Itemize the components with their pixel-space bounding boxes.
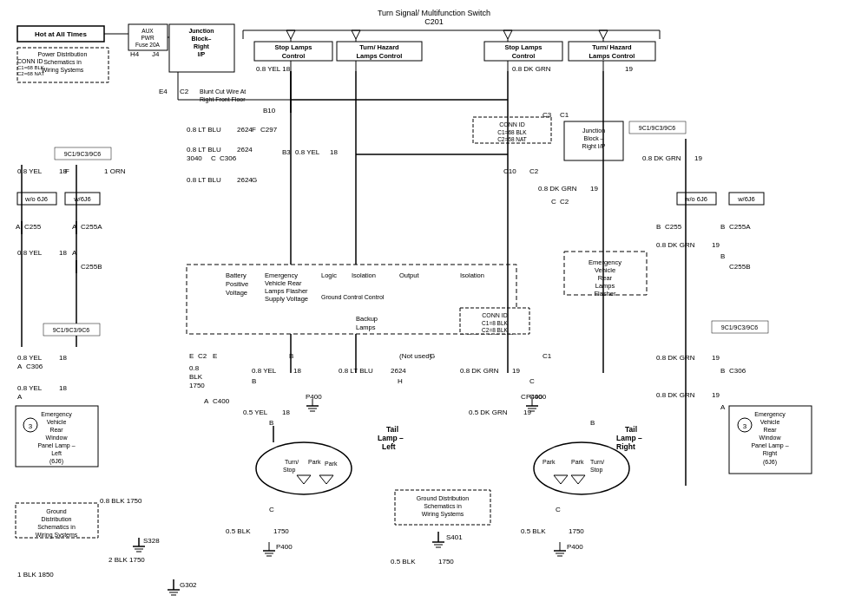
svg-text:C1: C1: [560, 111, 569, 119]
svg-text:19: 19: [512, 367, 520, 375]
svg-text:0.5 BLK: 0.5 BLK: [391, 558, 416, 566]
svg-text:3: 3: [743, 422, 747, 430]
svg-text:0.8 DK GRN: 0.8 DK GRN: [460, 367, 499, 375]
svg-text:C2: C2: [529, 167, 539, 175]
svg-text:Schematics in: Schematics in: [424, 503, 462, 509]
svg-text:1750: 1750: [438, 558, 454, 566]
svg-text:Tail: Tail: [625, 425, 637, 434]
svg-text:(Not used): (Not used): [399, 352, 432, 360]
svg-text:C201: C201: [424, 17, 444, 26]
svg-text:0.8 DK GRN: 0.8 DK GRN: [656, 354, 695, 362]
svg-text:0.8 DK GRN: 0.8 DK GRN: [512, 65, 551, 73]
svg-text:0.8 LT BLU: 0.8 LT BLU: [187, 176, 221, 184]
svg-text:Vehicle: Vehicle: [760, 419, 780, 425]
svg-text:B10: B10: [263, 107, 276, 114]
svg-text:18: 18: [59, 354, 67, 362]
svg-text:Stop: Stop: [590, 467, 603, 474]
svg-text:1750: 1750: [273, 527, 289, 535]
svg-text:Right: Right: [616, 442, 635, 451]
svg-text:Rear: Rear: [763, 427, 777, 433]
svg-text:C2=68 NAT: C2=68 NAT: [497, 136, 527, 142]
svg-text:19: 19: [712, 391, 720, 399]
svg-text:0.8 YEL: 0.8 YEL: [295, 148, 320, 156]
svg-text:B: B: [289, 352, 293, 360]
svg-text:Junction: Junction: [188, 28, 214, 34]
svg-text:P400: P400: [567, 543, 583, 551]
svg-text:Positive: Positive: [226, 280, 248, 288]
svg-text:C400: C400: [213, 397, 230, 405]
svg-text:0.8 LT BLU: 0.8 LT BLU: [339, 367, 373, 375]
svg-text:Schematics in: Schematics in: [43, 59, 82, 65]
svg-text:C2: C2: [180, 88, 189, 95]
svg-text:Wiring Systems: Wiring Systems: [36, 532, 78, 539]
svg-text:18: 18: [282, 409, 290, 416]
svg-text:F: F: [65, 167, 69, 175]
svg-text:C255B: C255B: [81, 263, 102, 271]
svg-text:G302: G302: [180, 581, 197, 589]
svg-text:2624: 2624: [237, 146, 253, 154]
svg-text:Flasher: Flasher: [594, 290, 616, 297]
svg-text:B: B: [656, 223, 661, 231]
svg-text:AUX: AUX: [141, 28, 154, 34]
svg-text:B: B: [252, 377, 256, 385]
svg-text:0.8 LT BLU: 0.8 LT BLU: [187, 146, 221, 154]
wiring-diagram: Turn Signal/ Multifunction Switch C201 S…: [0, 0, 868, 608]
svg-text:w/o 6J6: w/o 6J6: [684, 195, 707, 203]
svg-text:C: C: [269, 506, 274, 513]
svg-text:C255A: C255A: [729, 223, 751, 231]
svg-text:Turn/ Hazard: Turn/ Hazard: [592, 43, 632, 51]
svg-text:Block–: Block–: [192, 36, 212, 42]
svg-text:C: C: [529, 377, 535, 385]
svg-text:0.8 YEL 18: 0.8 YEL 18: [256, 65, 291, 73]
svg-text:Turn/ Hazard: Turn/ Hazard: [359, 43, 399, 51]
svg-text:0.8 BLK 1750: 0.8 BLK 1750: [100, 497, 142, 505]
svg-text:Backup: Backup: [356, 315, 378, 323]
svg-text:9C1/9C3/9C6: 9C1/9C3/9C6: [721, 324, 759, 330]
svg-text:1 ORN: 1 ORN: [104, 167, 126, 175]
svg-text:C306: C306: [729, 367, 746, 375]
svg-text:Right: Right: [194, 43, 210, 50]
svg-text:0.5 YEL: 0.5 YEL: [243, 409, 268, 416]
svg-text:Lamps: Lamps: [356, 324, 376, 331]
svg-text:C1: C1: [542, 352, 552, 360]
svg-text:A: A: [204, 397, 209, 405]
svg-text:Right I/P: Right I/P: [582, 143, 606, 150]
svg-text:Junction: Junction: [582, 127, 605, 134]
svg-text:Control: Control: [282, 52, 306, 60]
svg-text:Tail: Tail: [386, 425, 398, 434]
svg-text:2624: 2624: [391, 367, 406, 375]
svg-text:0.8 YEL: 0.8 YEL: [252, 367, 277, 375]
svg-text:0.5 BLK: 0.5 BLK: [226, 527, 251, 535]
svg-point-268: [534, 442, 629, 494]
svg-text:w/6J6: w/6J6: [737, 195, 755, 203]
svg-text:C: C: [551, 198, 556, 206]
svg-text:18: 18: [330, 148, 338, 156]
svg-text:0.8 YEL: 0.8 YEL: [17, 384, 43, 392]
svg-text:CONN ID: CONN ID: [482, 312, 508, 318]
svg-text:0.8 DK GRN: 0.8 DK GRN: [656, 241, 695, 249]
svg-text:19: 19: [694, 154, 702, 162]
svg-text:2624: 2624: [237, 126, 253, 134]
svg-text:Park: Park: [542, 459, 556, 465]
svg-text:P400: P400: [306, 393, 322, 401]
svg-text:Logic: Logic: [321, 271, 337, 279]
svg-text:Distribution: Distribution: [41, 516, 71, 522]
svg-text:C255: C255: [24, 223, 42, 231]
svg-text:0.8: 0.8: [189, 364, 200, 372]
svg-text:19: 19: [712, 354, 720, 362]
svg-text:Turn/: Turn/: [590, 459, 604, 465]
svg-text:A: A: [720, 403, 726, 411]
svg-text:Turn/: Turn/: [285, 459, 299, 465]
svg-text:0.8 DK GRN: 0.8 DK GRN: [538, 185, 577, 193]
svg-text:Stop Lamps: Stop Lamps: [275, 43, 312, 51]
svg-text:Lamp –: Lamp –: [616, 434, 642, 442]
svg-text:(6J6): (6J6): [763, 459, 777, 466]
svg-text:H4: H4: [130, 50, 140, 58]
svg-text:Park: Park: [571, 459, 584, 465]
svg-text:C1=68 BLK: C1=68 BLK: [17, 65, 44, 70]
svg-text:19: 19: [523, 409, 531, 416]
svg-text:H: H: [398, 377, 403, 385]
svg-text:B: B: [269, 419, 273, 427]
svg-text:Emergency: Emergency: [265, 271, 298, 279]
svg-text:Lamps: Lamps: [595, 282, 615, 290]
